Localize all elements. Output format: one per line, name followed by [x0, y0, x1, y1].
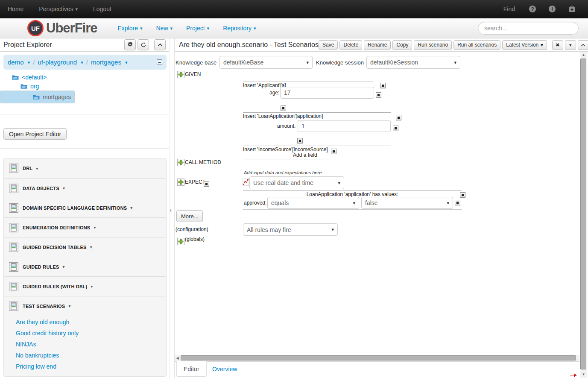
expect-section-label: EXPECT	[185, 179, 205, 185]
fact3-add-field-link[interactable]: Add a field	[293, 152, 317, 158]
run-all-scenarios-button[interactable]: Run all scenarios	[453, 40, 500, 50]
fact2-field-options-icon[interactable]	[393, 126, 398, 131]
chevron-down-icon: ▾	[125, 60, 128, 65]
menu-repository[interactable]: Repository▾	[218, 22, 261, 34]
help-button[interactable]: ?	[523, 6, 542, 12]
divider	[0, 114, 170, 114]
knowledge-session-label: Knowledge session	[316, 59, 364, 66]
date-mode-select[interactable]: Use real date and time▾	[249, 176, 344, 189]
question-icon: ?	[529, 6, 536, 12]
add-given-button[interactable]	[177, 71, 184, 78]
scenario-link-are-they-old-enough[interactable]: Are they old enough	[4, 316, 166, 328]
fact3-header: Insert 'IncomeSource'[incomeSource]	[243, 147, 328, 152]
rename-button[interactable]: Rename	[364, 40, 391, 50]
menu-new[interactable]: New▾	[151, 22, 178, 34]
open-project-editor-button[interactable]: Open Project Editor	[3, 128, 67, 140]
delete-button[interactable]: Delete	[339, 40, 362, 50]
more-button[interactable]: More...	[176, 210, 203, 222]
scroll-down-arrow-icon[interactable]: ▼	[580, 372, 587, 377]
fact2-field-input[interactable]	[298, 120, 391, 132]
add-global-button[interactable]	[177, 238, 184, 245]
close-panel-button[interactable]: ✖	[552, 40, 563, 50]
explorer-refresh-button[interactable]	[137, 39, 149, 50]
section-enumeration-definitions[interactable]: ENUMERATION DEFINITIONS▾	[4, 217, 166, 237]
fact1-add-row-icon[interactable]	[281, 105, 286, 111]
scenario-link-no-bankruptcies[interactable]: No bankruptcies	[4, 350, 166, 361]
expect-options-icon[interactable]	[204, 181, 209, 187]
scenario-link-good-credit-history-only[interactable]: Good credit history only	[4, 328, 166, 339]
run-scenario-button[interactable]: Run scenario	[414, 40, 452, 50]
nav-logout[interactable]: Logout	[85, 6, 119, 12]
tree-item-org[interactable]: org	[0, 82, 170, 91]
search-input[interactable]	[478, 22, 579, 35]
editor-title: Are they old enough.scenario - Test Scen…	[179, 41, 319, 49]
apps-button[interactable]	[562, 6, 582, 12]
vertical-scrollbar[interactable]: ▲ ▼	[580, 52, 587, 378]
chevron-down-icon: ▾	[353, 200, 355, 206]
panel-splitter[interactable]: ‖	[170, 38, 174, 378]
section-data-objects[interactable]: DATA OBJECTS▾	[4, 178, 166, 198]
scenario-link-pricing-low-end[interactable]: Pricing low end	[4, 361, 166, 372]
horizontal-scrollbar-thumb[interactable]	[181, 355, 576, 360]
tree-item-mortgages[interactable]: mortgages	[0, 91, 75, 103]
info-button[interactable]: i	[542, 6, 562, 12]
tree-item-default[interactable]: <default>	[0, 73, 170, 82]
nav-home[interactable]: Home	[0, 6, 31, 12]
version-dropdown-button[interactable]: Latest Version▾	[502, 40, 547, 50]
expectation-row-options-icon[interactable]	[455, 200, 460, 205]
fact1-options-icon[interactable]	[380, 83, 386, 88]
scenario-link-ninjas[interactable]: NINJAs	[4, 339, 166, 350]
tab-editor[interactable]: Editor	[176, 361, 207, 377]
breadcrumb-package[interactable]: mortgages ▾	[91, 59, 128, 66]
breadcrumb-project[interactable]: uf-playground ▾	[38, 59, 83, 66]
fact2-options-icon[interactable]	[396, 115, 401, 120]
section-guided-decision-tables[interactable]: GUIDED DECISION TABLES▾	[4, 237, 166, 257]
scroll-left-arrow-icon[interactable]: ◀	[175, 355, 180, 361]
knowledge-base-select[interactable]: defaultKieBase▾	[219, 56, 313, 69]
chevron-down-icon: ▾	[140, 26, 143, 31]
chevron-down-icon: ▾	[36, 166, 38, 171]
expected-value: false	[365, 199, 378, 206]
briefcase-plus-icon	[568, 6, 576, 12]
section-test-scenarios[interactable]: TEST SCENARIOS▾	[4, 296, 166, 316]
section-label: DRL	[23, 166, 32, 171]
menu-explore[interactable]: Explore▾	[112, 22, 147, 34]
panel-menu-button[interactable]: ▾	[565, 40, 576, 50]
editor-hint-text: Add input data and expectations here.	[244, 170, 323, 175]
scroll-up-arrow-icon[interactable]: ▲	[580, 52, 587, 58]
menu-project[interactable]: Project▾	[181, 22, 214, 34]
add-call-method-button[interactable]	[177, 159, 184, 166]
breadcrumb-collapse-icon[interactable]	[157, 59, 162, 65]
section-label: DATA OBJECTS	[23, 186, 59, 191]
folder-icon	[12, 75, 19, 80]
horizontal-scrollbar[interactable]: ◀	[175, 355, 579, 361]
execution-trace-icon[interactable]	[243, 179, 249, 186]
section-drl[interactable]: DRL▾	[4, 158, 166, 178]
fact3-options-icon[interactable]	[331, 149, 336, 154]
operator-select[interactable]: equals▾	[267, 197, 359, 209]
expectation-options-icon[interactable]	[460, 192, 465, 198]
add-expect-button[interactable]	[177, 179, 184, 186]
panel-collapse-button[interactable]	[578, 40, 588, 50]
nav-perspectives[interactable]: Perspectives▾	[31, 6, 85, 12]
section-guided-rules[interactable]: GUIDED RULES▾	[4, 257, 166, 276]
fact1-field-input[interactable]	[280, 87, 374, 99]
rule-firing-select[interactable]: All rules may fire▾	[243, 223, 338, 236]
save-button[interactable]: Save	[319, 40, 338, 50]
vertical-scrollbar-thumb[interactable]	[580, 59, 586, 369]
explorer-collapse-button[interactable]	[154, 39, 166, 50]
section-guided-rules-with-dsl[interactable]: GUIDED RULES (WITH DSL)▾	[4, 276, 166, 296]
chevron-down-icon: ▾	[338, 180, 340, 186]
tab-overview[interactable]: Overview	[205, 361, 244, 377]
breadcrumb-repo[interactable]: demo ▾	[8, 59, 30, 66]
section-dsl-definitions[interactable]: DOMAIN SPECIFIC LANGUAGE DEFINITIONS▾	[4, 198, 166, 217]
fact1-field-options-icon[interactable]	[376, 92, 381, 98]
fact2-add-row-icon[interactable]	[297, 138, 303, 144]
explorer-settings-button[interactable]	[124, 39, 136, 50]
copy-button[interactable]: Copy	[392, 40, 412, 50]
nav-find[interactable]: Find	[496, 6, 523, 12]
chevron-down-icon: ▾	[170, 26, 173, 31]
chevron-up-icon	[581, 44, 585, 47]
knowledge-session-select[interactable]: defaultKieSession▾	[366, 56, 460, 69]
expected-value-select[interactable]: false▾	[361, 197, 453, 209]
